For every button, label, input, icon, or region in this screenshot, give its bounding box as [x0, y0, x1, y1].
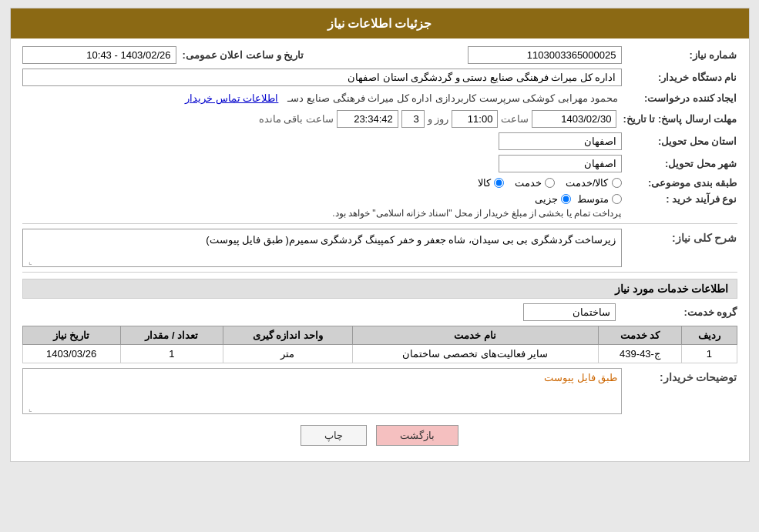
- request-number-label: شماره نیاز:: [622, 49, 737, 61]
- page-title: جزئیات اطلاعات نیاز: [11, 8, 749, 38]
- category-label: طبقه بندی موضوعی:: [622, 177, 737, 189]
- buyer-desc-link[interactable]: طبق فایل پیوست: [544, 372, 617, 383]
- category-goods-label: کالا: [478, 177, 491, 189]
- services-table: ردیف کد خدمت نام خدمت واحد اندازه گیری ت…: [22, 326, 737, 363]
- cell-row: 1: [682, 345, 737, 363]
- category-service-radio[interactable]: [545, 178, 555, 188]
- col-header-code: کد خدمت: [598, 326, 681, 345]
- category-goods-option[interactable]: کالا: [478, 177, 504, 189]
- col-header-row: ردیف: [682, 326, 737, 345]
- category-goods-service-radio[interactable]: [612, 178, 622, 188]
- deadline-remaining-label: ساعت باقی مانده: [259, 113, 334, 125]
- purchase-medium-radio[interactable]: [612, 194, 622, 204]
- cell-quantity: 1: [120, 345, 223, 363]
- creator-value: محمود مهرابی کوشکی سرپرست کاربردازی ادار…: [284, 91, 621, 105]
- deadline-remaining: 23:34:42: [337, 110, 398, 128]
- cell-date: 1403/03/26: [22, 345, 120, 363]
- col-header-unit: واحد اندازه گیری: [223, 326, 352, 345]
- deadline-time: 11:00: [452, 110, 498, 128]
- province-value: اصفهان: [499, 132, 622, 150]
- purchase-medium-label: متوسط: [577, 193, 609, 205]
- city-value: اصفهان: [499, 155, 622, 172]
- group-value: ساختمان: [523, 303, 616, 321]
- organization-label: نام دستگاه خریدار:: [622, 72, 737, 83]
- category-goods-radio[interactable]: [494, 178, 504, 188]
- button-row: بازگشت چاپ: [22, 425, 737, 446]
- purchase-partial-label: جزیی: [535, 193, 558, 205]
- resize-handle[interactable]: ⌞: [25, 257, 32, 265]
- purchase-medium-option[interactable]: متوسط: [577, 193, 622, 205]
- category-goods-service-label: کالا/خدمت: [566, 177, 609, 189]
- province-label: استان محل تحویل:: [622, 136, 737, 147]
- purchase-partial-radio[interactable]: [561, 194, 571, 204]
- creator-label: ایجاد کننده درخواست:: [622, 92, 737, 104]
- col-header-qty: تعداد / مقدار: [120, 326, 223, 345]
- buyer-desc-label: توضیحات خریدار:: [622, 368, 737, 383]
- category-goods-service-option[interactable]: کالا/خدمت: [566, 177, 622, 189]
- purchase-partial-option[interactable]: جزیی: [535, 193, 571, 205]
- cell-code: ج-43-439: [598, 345, 681, 363]
- deadline-label: مهلت ارسال پاسخ: تا تاریخ:: [616, 113, 737, 125]
- purchase-note: پرداخت تمام یا بخشی از مبلغ خریدار از مح…: [332, 208, 621, 219]
- resize-handle-2[interactable]: ⌞: [25, 404, 32, 412]
- deadline-days-label: روز و: [428, 113, 449, 125]
- deadline-days: 3: [401, 110, 425, 128]
- group-label: گروه خدمت:: [622, 306, 737, 318]
- category-service-option[interactable]: خدمت: [515, 177, 555, 189]
- print-button[interactable]: چاپ: [301, 425, 367, 446]
- buyer-desc-box: طبق فایل پیوست ⌞: [22, 368, 622, 414]
- back-button[interactable]: بازگشت: [376, 425, 458, 446]
- services-section-header: اطلاعات خدمات مورد نیاز: [22, 279, 737, 299]
- table-row: 1ج-43-439سایر فعالیت‌های تخصصی ساختمانمت…: [22, 345, 737, 363]
- description-box: زیرساخت گردشگری بی بی سیدان، شاه جعفر و …: [22, 229, 622, 267]
- divider-1: [22, 223, 737, 224]
- deadline-date: 1403/02/30: [532, 110, 616, 128]
- divider-2: [22, 272, 737, 273]
- creator-link[interactable]: اطلاعات تماس خریدار: [185, 92, 278, 104]
- city-label: شهر محل تحویل:: [622, 158, 737, 169]
- announcement-label: تاریخ و ساعت اعلان عمومی:: [176, 49, 304, 61]
- category-radio-group: کالا/خدمت خدمت کالا: [478, 177, 622, 189]
- deadline-time-label: ساعت: [501, 113, 529, 125]
- organization-value: اداره کل میراث فرهنگی صنایع دستی و گردشگ…: [22, 69, 622, 86]
- cell-name: سایر فعالیت‌های تخصصی ساختمان: [352, 345, 598, 363]
- category-service-label: خدمت: [515, 177, 542, 189]
- col-header-name: نام خدمت: [352, 326, 598, 345]
- request-number-value: 1103003365000025: [468, 46, 622, 64]
- description-section-label: شرح کلی نیاز:: [622, 229, 737, 244]
- cell-unit: متر: [223, 345, 352, 363]
- announcement-value: 1403/02/26 - 10:43: [22, 46, 176, 64]
- description-value: زیرساخت گردشگری بی بی سیدان، شاه جعفر و …: [206, 234, 616, 246]
- purchase-type-label: نوع فرآیند خرید :: [622, 193, 737, 205]
- col-header-date: تاریخ نیاز: [22, 326, 120, 345]
